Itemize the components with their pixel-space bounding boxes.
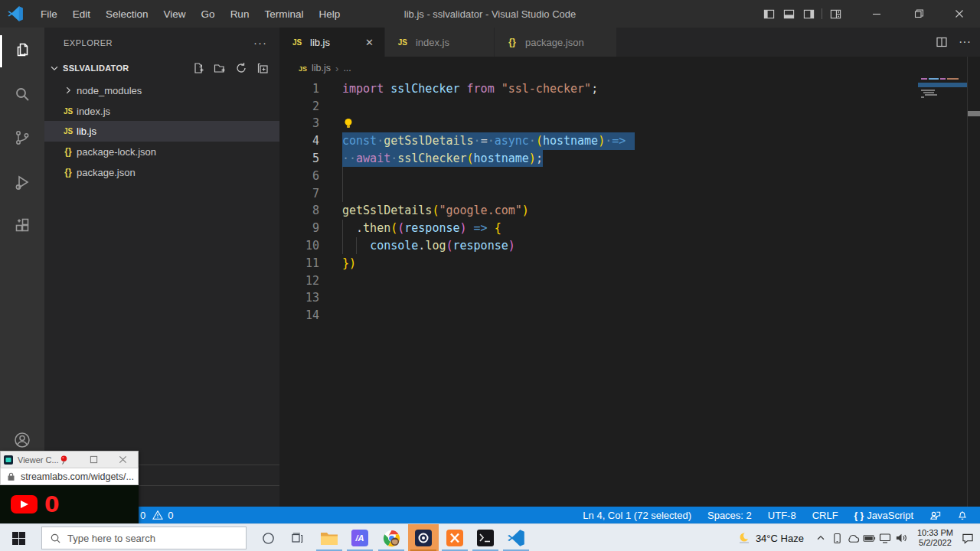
- code-line-11[interactable]: 11}): [279, 254, 966, 272]
- status-eol[interactable]: CRLF: [812, 510, 838, 521]
- tree-item-package-lock.json[interactable]: {}package-lock.json: [44, 142, 279, 162]
- action-center-icon[interactable]: [959, 533, 975, 544]
- breadcrumb-more[interactable]: ...: [343, 63, 351, 73]
- toggle-panel-icon[interactable]: [779, 0, 799, 28]
- tab-index.js[interactable]: JSindex.js: [385, 28, 495, 57]
- code-line-10[interactable]: 10 console.log(response): [279, 237, 966, 255]
- new-folder-icon[interactable]: [214, 62, 226, 74]
- code-line-14[interactable]: 14: [279, 307, 966, 324]
- activity-source-control[interactable]: [0, 119, 44, 156]
- code-line-13[interactable]: 13: [279, 289, 966, 307]
- line-number: 9: [279, 221, 319, 235]
- refresh-icon[interactable]: [235, 62, 247, 74]
- collapse-all-icon[interactable]: [256, 62, 269, 74]
- weather-widget[interactable]: 34°C Haze: [737, 531, 804, 545]
- editor-more-icon[interactable]: ···: [959, 35, 971, 49]
- taskbar-app-file-explorer[interactable]: [314, 524, 345, 551]
- code-line-7[interactable]: 7: [279, 184, 966, 202]
- title-bar: FileEditSelectionViewGoRunTerminalHelpli…: [0, 0, 980, 28]
- breadcrumb[interactable]: JSlib.js›...: [279, 57, 980, 80]
- task-view-icon[interactable]: [282, 524, 312, 551]
- start-button[interactable]: [0, 524, 37, 551]
- taskbar-app-streamlabs[interactable]: [408, 524, 439, 551]
- feedback-icon[interactable]: [929, 510, 941, 521]
- code-line-5[interactable]: 5··await·sslChecker(hostname);: [279, 150, 966, 168]
- code-line-2[interactable]: 2: [279, 97, 966, 115]
- menu-terminal[interactable]: Terminal: [256, 8, 311, 20]
- status-language-mode[interactable]: { }JavaScript: [854, 510, 913, 521]
- line-number: 2: [279, 99, 319, 113]
- menu-help[interactable]: Help: [311, 8, 348, 20]
- taskbar-clock[interactable]: 10:33 PM5/2/2022: [917, 528, 953, 548]
- code-text: .then((response) => {: [342, 221, 501, 235]
- taskbar-app-vscode[interactable]: [501, 524, 531, 551]
- status-right: Ln 4, Col 1 (72 selected)Spaces: 2UTF-8C…: [583, 510, 968, 521]
- menu-go[interactable]: Go: [194, 8, 223, 20]
- code-line-4[interactable]: 4const·getSslDetails·=·async·(hostname)·…: [279, 132, 966, 150]
- pin-icon[interactable]: [59, 455, 69, 465]
- volume-icon[interactable]: [893, 533, 910, 543]
- overlay-title-bar[interactable]: Viewer C...: [0, 451, 139, 468]
- minimize-button[interactable]: [856, 0, 897, 28]
- status-label: Ln 4, Col 1 (72 selected): [583, 510, 691, 521]
- split-editor-icon[interactable]: [936, 36, 948, 48]
- status-indentation[interactable]: Spaces: 2: [707, 510, 752, 521]
- cortana-icon[interactable]: [253, 524, 283, 551]
- lightbulb-icon[interactable]: [342, 117, 354, 129]
- menu-edit[interactable]: Edit: [65, 8, 98, 20]
- code-line-12[interactable]: 12: [279, 272, 966, 289]
- taskbar-app-xampp[interactable]: [439, 524, 470, 551]
- tree-item-node_modules[interactable]: node_modules: [44, 80, 279, 101]
- activity-search[interactable]: [0, 76, 44, 112]
- status-cursor-position[interactable]: Ln 4, Col 1 (72 selected): [583, 510, 691, 521]
- tab-package.json[interactable]: {}package.json: [495, 28, 617, 57]
- search-icon: [50, 533, 61, 544]
- network-icon[interactable]: [877, 533, 893, 543]
- taskbar-app-app-a[interactable]: /A: [345, 524, 375, 551]
- code-line-3[interactable]: 3: [279, 115, 966, 132]
- battery-icon[interactable]: [861, 534, 877, 543]
- taskbar-app-terminal[interactable]: [470, 524, 501, 551]
- explorer-more-icon[interactable]: ···: [253, 36, 267, 49]
- phone-icon[interactable]: [829, 533, 845, 544]
- breadcrumb-file[interactable]: lib.js: [312, 63, 331, 73]
- activity-run-debug[interactable]: [0, 164, 44, 201]
- tray-expand-icon[interactable]: [813, 533, 829, 543]
- tree-item-index.js[interactable]: JSindex.js: [44, 101, 279, 122]
- overlay-address-bar[interactable]: streamlabs.com/widgets/...: [0, 468, 139, 485]
- close-button[interactable]: [939, 0, 980, 28]
- close-tab-icon[interactable]: ✕: [365, 37, 374, 48]
- status-encoding[interactable]: UTF-8: [768, 510, 796, 521]
- bell-icon[interactable]: [957, 510, 968, 520]
- menu-view[interactable]: View: [156, 8, 194, 20]
- code-line-6[interactable]: 6: [279, 167, 966, 184]
- overlay-maximize-icon[interactable]: [90, 455, 98, 464]
- activity-explorer[interactable]: [0, 31, 44, 68]
- json-file-icon: {}: [504, 37, 521, 47]
- overlay-close-icon[interactable]: [119, 455, 127, 464]
- tab-lib.js[interactable]: JSlib.js✕: [279, 28, 385, 57]
- toggle-secondary-sidebar-icon[interactable]: [799, 0, 818, 28]
- taskbar-search[interactable]: Type here to search: [41, 527, 247, 549]
- screen: FileEditSelectionViewGoRunTerminalHelpli…: [0, 0, 980, 551]
- tree-item-package.json[interactable]: {}package.json: [44, 162, 279, 183]
- menu-file[interactable]: File: [33, 8, 65, 20]
- menu-run[interactable]: Run: [223, 8, 257, 20]
- tree-item-lib.js[interactable]: JSlib.js: [44, 121, 279, 142]
- sidebar-explorer: EXPLORER···SSLVALIDATORnode_modulesJSind…: [44, 28, 279, 507]
- new-file-icon[interactable]: [192, 62, 204, 74]
- explorer-header: EXPLORER···: [44, 28, 279, 57]
- scrollbar-thumb[interactable]: [968, 111, 980, 116]
- menu-selection[interactable]: Selection: [98, 8, 156, 20]
- maximize-button[interactable]: [897, 0, 939, 28]
- viewer-count-window[interactable]: Viewer C...streamlabs.com/widgets/...0: [0, 451, 139, 523]
- toggle-sidebar-icon[interactable]: [759, 0, 779, 28]
- code-line-9[interactable]: 9 .then((response) => {: [279, 220, 966, 237]
- activity-extensions[interactable]: [0, 207, 44, 244]
- code-line-8[interactable]: 8getSslDetails("google.com"): [279, 202, 966, 220]
- section-sslvalidator[interactable]: SSLVALIDATOR: [44, 58, 279, 78]
- code-line-1[interactable]: 1import sslChecker from "ssl-checker";: [279, 80, 966, 98]
- taskbar-app-chrome[interactable]: [376, 524, 407, 551]
- onedrive-icon[interactable]: [845, 533, 861, 543]
- customize-layout-icon[interactable]: [825, 0, 845, 28]
